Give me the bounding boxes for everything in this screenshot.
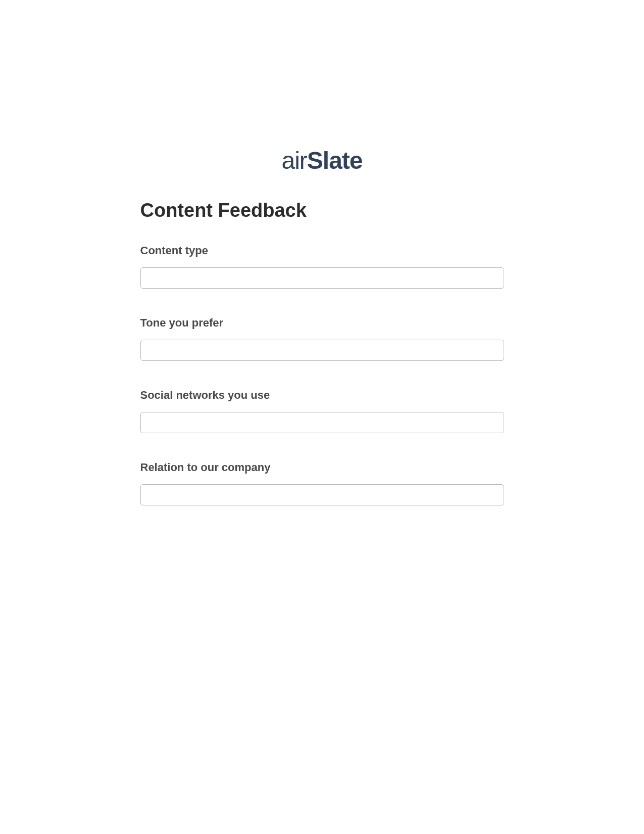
logo: airSlate [140,147,504,174]
social-networks-label: Social networks you use [140,389,504,402]
tone-label: Tone you prefer [140,316,504,330]
logo-prefix: air [281,147,307,174]
content-type-input[interactable] [140,267,504,289]
relation-label: Relation to our company [140,461,504,474]
social-networks-input[interactable] [140,412,504,433]
form-group-relation: Relation to our company [140,461,504,505]
logo-suffix: Slate [307,147,363,174]
form-container: airSlate Content Feedback Content type T… [140,0,504,505]
form-group-social-networks: Social networks you use [140,389,504,433]
relation-input[interactable] [140,484,504,505]
content-type-label: Content type [140,244,504,257]
form-group-tone: Tone you prefer [140,316,504,361]
tone-input[interactable] [140,340,504,361]
form-group-content-type: Content type [140,244,504,289]
logo-text: airSlate [281,147,362,174]
page-title: Content Feedback [140,200,504,221]
